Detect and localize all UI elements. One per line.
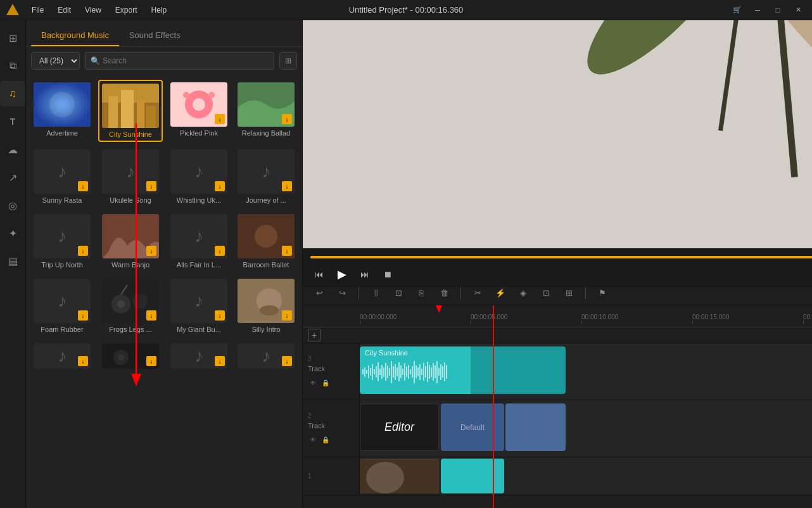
svg-point-19 [255, 225, 277, 248]
music-thumb-4: ↓ [238, 82, 295, 127]
video-clip-3[interactable] [505, 403, 566, 451]
music-item-1[interactable]: Advertime [31, 80, 93, 142]
template-panel-button[interactable]: ✦ [0, 220, 25, 246]
bottom-clip[interactable] [360, 459, 439, 493]
music-label-10: Warm Banjo [111, 261, 149, 269]
maximize-button[interactable]: □ [769, 3, 787, 17]
audio-clip-label: City Sunshine [360, 346, 471, 359]
download-badge-5: ↓ [78, 181, 88, 191]
filters-panel-button[interactable]: ◎ [0, 193, 25, 218]
ruler-mark-0: 00:00:00.000 [360, 314, 420, 324]
menu-edit[interactable]: Edit [51, 3, 77, 17]
track-visibility-2[interactable]: 👁 [308, 435, 318, 445]
music-thumb-8: ♪ ↓ [238, 149, 295, 194]
track-content-1 [360, 457, 812, 495]
playhead-marker[interactable] [436, 305, 442, 327]
music-item-6[interactable]: ♪ ↓ Ukulele Song [98, 147, 163, 206]
music-item-7[interactable]: ♪ ↓ Whistling Uk... [168, 147, 230, 206]
track-row-3: 3 Track 👁 🔒 City Sunshine [303, 343, 812, 400]
transitions-panel-button[interactable]: ↗ [0, 165, 25, 190]
menu-file[interactable]: File [25, 3, 50, 17]
svg-point-46 [366, 462, 404, 493]
download-badge-4: ↓ [282, 114, 292, 124]
music-item-19[interactable]: ♪ ↓ [168, 341, 230, 371]
timeline: ↩ ↪ ⧚ ⊡ ⎘ 🗑 ✂ ⚡ ◈ ⊡ ⊞ ⚑ － [303, 280, 812, 508]
music-item-15[interactable]: ♪ ↓ My Giant Bu... [168, 276, 230, 336]
download-badge-3: ↓ [215, 114, 225, 124]
add-track-button[interactable]: + [308, 329, 320, 341]
music-item-12[interactable]: ↓ Barroom Ballet [235, 212, 297, 271]
music-item-20[interactable]: ♪ ↓ [235, 341, 297, 371]
skip-back-button[interactable]: ⏮ [310, 265, 328, 283]
track-row-2: 2 Track 👁 🔒 Editor [303, 400, 812, 457]
music-item-11[interactable]: ♪ ↓ Alls Fair In L... [168, 212, 230, 271]
track-lock-3[interactable]: 🔒 [320, 378, 331, 388]
music-label-8: Journey of ... [246, 196, 286, 204]
playback-controls-row: ⏮ ▶ ⏭ ⏹ Full 📷 🔊 ⧉ ⛶ [310, 265, 812, 283]
menu-export[interactable]: Export [109, 3, 144, 17]
music-thumb-12: ↓ [238, 214, 295, 258]
tracks-area: 3 Track 👁 🔒 City Sunshine [303, 343, 812, 508]
panel-tabs: Background Music Sound Effects [26, 20, 302, 47]
grid-view-button[interactable]: ⊞ [279, 52, 297, 70]
progress-bar[interactable] [310, 256, 812, 258]
track-content-2: Editor Default [360, 400, 812, 457]
music-label-15: My Giant Bu... [177, 326, 221, 333]
music-thumb-1 [34, 82, 91, 127]
svg-rect-9 [146, 106, 156, 128]
close-button[interactable]: ✕ [789, 3, 807, 17]
minimize-button[interactable]: ─ [749, 3, 766, 17]
cart-button[interactable]: 🛒 [728, 3, 746, 17]
layers-panel-button[interactable]: ⧉ [0, 53, 25, 79]
music-item-4[interactable]: ↓ Relaxing Ballad [235, 80, 297, 142]
music-item-3[interactable]: ↓ Pickled Pink [168, 80, 230, 142]
timeline-ruler: 00:00:00.000 00:00:05.000 00:00:10.000 0… [303, 305, 812, 327]
music-item-9[interactable]: ♪ ↓ Trip Up North [31, 212, 93, 271]
video-clip-default[interactable]: Default [441, 403, 504, 451]
progress-fill [310, 256, 812, 258]
download-badge-16: ↓ [282, 310, 292, 321]
download-badge-17: ↓ [78, 356, 88, 366]
track-visibility-3[interactable]: 👁 [308, 378, 318, 388]
search-input[interactable] [103, 56, 269, 65]
music-item-17[interactable]: ♪ ↓ [31, 341, 93, 371]
bottom-clip-2[interactable] [441, 459, 504, 493]
music-thumb-18: ↓ [102, 343, 159, 369]
preview-area: Editor 00 : 00 : 10 .800 ⏮ ▶ [303, 20, 812, 280]
svg-rect-6 [108, 96, 118, 128]
video-clip-editor[interactable]: Editor [360, 403, 439, 451]
menu-help[interactable]: Help [145, 3, 174, 17]
tab-background-music[interactable]: Background Music [31, 25, 119, 46]
track-lock-2[interactable]: 🔒 [320, 435, 331, 445]
skip-forward-button[interactable]: ⏭ [356, 265, 374, 283]
text-panel-button[interactable]: T [0, 109, 25, 134]
track-row-1: 1 [303, 457, 812, 495]
play-button[interactable]: ▶ [333, 265, 351, 283]
music-item-14[interactable]: ↓ Frogs Legs ... [98, 276, 163, 336]
menu-view[interactable]: View [79, 3, 108, 17]
music-label-1: Advertime [46, 129, 78, 137]
audio-panel-button[interactable]: ♫ [0, 81, 25, 106]
track-num-3: 3 [308, 355, 354, 362]
download-badge-15: ↓ [215, 310, 225, 321]
music-thumb-11: ♪ ↓ [170, 214, 227, 258]
category-dropdown[interactable]: All (25) [31, 52, 80, 70]
svg-point-27 [260, 305, 279, 315]
music-item-8[interactable]: ♪ ↓ Journey of ... [235, 147, 297, 206]
window-controls: 🛒 ─ □ ✕ [728, 3, 807, 17]
effects-panel-button[interactable]: ☁ [0, 137, 25, 162]
stop-button[interactable]: ⏹ [379, 265, 396, 283]
audio-clip-continuation[interactable] [471, 346, 566, 394]
tab-sound-effects[interactable]: Sound Effects [119, 25, 191, 46]
preview-video: Editor 00 : 00 : 10 .800 ⏮ ▶ [303, 20, 812, 280]
audio-clip-main[interactable]: City Sunshine [360, 346, 471, 394]
media-panel-button[interactable]: ⊞ [0, 25, 25, 51]
music-item-5[interactable]: ♪ ↓ Sunny Rasta [31, 147, 93, 206]
music-item-10[interactable]: ↓ Warm Banjo [98, 212, 163, 271]
music-item-18[interactable]: ↓ [98, 341, 163, 371]
music-item-16[interactable]: ↓ Silly Intro [235, 276, 297, 336]
music-item-13[interactable]: ♪ ↓ Foam Rubber [31, 276, 93, 336]
music-item-2[interactable]: City Sunshine [98, 80, 163, 142]
svg-point-14 [208, 92, 215, 98]
captions-panel-button[interactable]: ▤ [0, 248, 25, 274]
